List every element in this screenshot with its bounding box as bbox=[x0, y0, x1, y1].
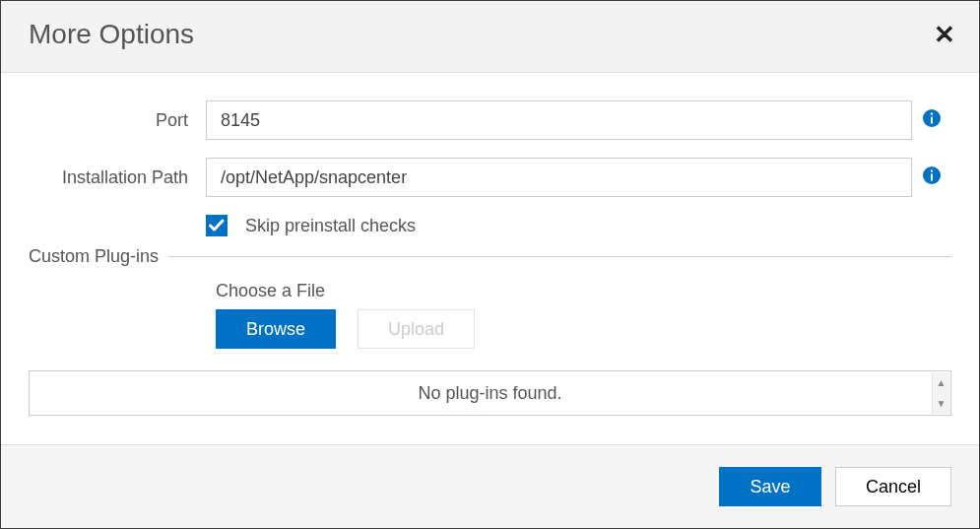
upload-button: Upload bbox=[358, 309, 475, 349]
dialog-title: More Options bbox=[29, 19, 194, 50]
install-path-row: Installation Path bbox=[29, 158, 951, 197]
dialog-footer: Save Cancel bbox=[1, 444, 979, 528]
dialog-header: More Options ✕ bbox=[1, 1, 979, 73]
port-row: Port bbox=[29, 100, 951, 140]
svg-rect-4 bbox=[931, 174, 933, 181]
install-path-label: Installation Path bbox=[29, 167, 206, 188]
divider-line bbox=[168, 256, 951, 257]
plugins-divider: Custom Plug-ins bbox=[29, 246, 951, 267]
info-icon[interactable] bbox=[912, 109, 951, 131]
cancel-button[interactable]: Cancel bbox=[835, 467, 951, 506]
file-upload-area: Choose a File Browse Upload bbox=[216, 281, 951, 349]
scroll-down-icon[interactable]: ▼ bbox=[933, 393, 949, 414]
plugins-empty-text: No plug-ins found. bbox=[418, 383, 561, 404]
file-buttons: Browse Upload bbox=[216, 309, 951, 349]
info-icon[interactable] bbox=[912, 166, 951, 188]
skip-checks-label: Skip preinstall checks bbox=[245, 216, 416, 236]
port-label: Port bbox=[29, 110, 206, 131]
plugins-list[interactable]: No plug-ins found. ▲ ▼ bbox=[29, 370, 951, 416]
scroll-up-icon[interactable]: ▲ bbox=[933, 372, 949, 393]
svg-rect-1 bbox=[931, 117, 933, 124]
port-input[interactable] bbox=[206, 100, 912, 140]
install-path-input[interactable] bbox=[206, 158, 912, 197]
svg-rect-2 bbox=[931, 113, 933, 115]
skip-checks-checkbox[interactable] bbox=[206, 215, 228, 236]
more-options-dialog: More Options ✕ Port Installation Path Sk… bbox=[0, 0, 980, 529]
dialog-body: Port Installation Path Skip preinstall c… bbox=[1, 73, 979, 444]
skip-checks-row: Skip preinstall checks bbox=[206, 215, 951, 236]
svg-rect-5 bbox=[931, 170, 933, 172]
choose-file-label: Choose a File bbox=[216, 281, 951, 301]
browse-button[interactable]: Browse bbox=[216, 309, 336, 349]
list-scrollbar[interactable]: ▲ ▼ bbox=[932, 372, 949, 414]
save-button[interactable]: Save bbox=[719, 467, 821, 506]
plugins-section-label: Custom Plug-ins bbox=[29, 246, 168, 267]
close-button[interactable]: ✕ bbox=[934, 22, 955, 47]
